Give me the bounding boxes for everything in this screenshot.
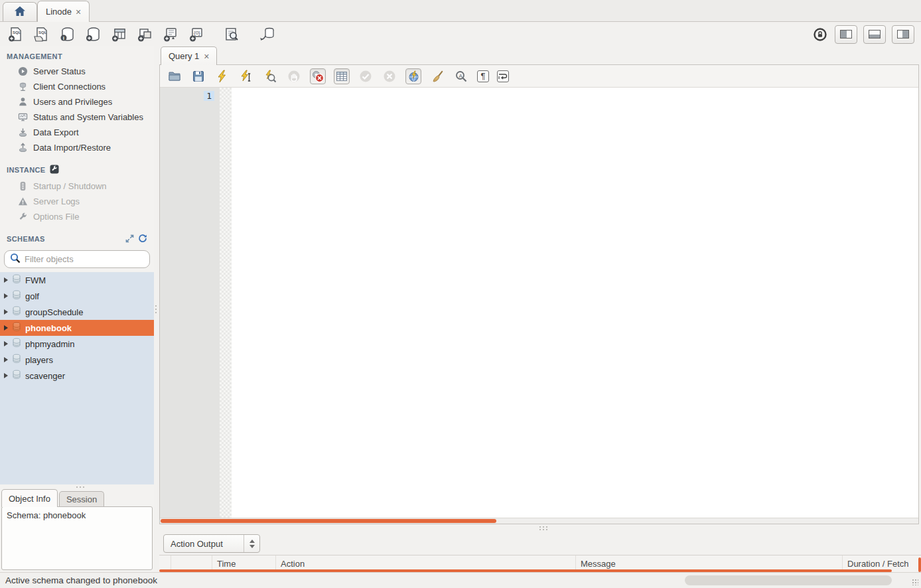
schema-filter-box[interactable] xyxy=(4,250,150,268)
new-function-icon[interactable]: {0} xyxy=(188,26,205,43)
expander-triangle-icon[interactable] xyxy=(4,357,8,362)
sidebar-item-client-connections[interactable]: Client Connections xyxy=(0,79,154,94)
sidebar-item-label: Options File xyxy=(33,212,79,222)
sql-editor-body[interactable]: 1 xyxy=(160,88,918,518)
column-label: Time xyxy=(217,559,236,569)
new-query-tab-icon[interactable]: SQL xyxy=(7,26,24,43)
database-icon xyxy=(12,370,21,382)
migration-icon[interactable] xyxy=(258,26,275,43)
query-tab-bar: Query 1 × xyxy=(159,46,921,65)
commit-icon[interactable] xyxy=(358,68,374,84)
execute-current-icon[interactable] xyxy=(238,68,254,84)
schema-row-phpmyadmin[interactable]: phpmyadmin xyxy=(0,336,154,352)
sidebar-item-data-export[interactable]: Data Export xyxy=(0,125,154,140)
sidebar-item-label: Server Logs xyxy=(33,196,80,206)
output-scrollbar-thumb[interactable] xyxy=(685,575,892,585)
schema-row-phonebook[interactable]: phonebook xyxy=(0,320,154,336)
wrench-badge-icon[interactable] xyxy=(50,165,59,175)
schema-filter-input[interactable] xyxy=(25,254,144,264)
schema-row-players[interactable]: players xyxy=(0,352,154,368)
refresh-icon[interactable] xyxy=(138,234,147,244)
expander-triangle-icon[interactable] xyxy=(4,341,8,346)
autocommit-toggle-icon[interactable] xyxy=(405,68,421,84)
new-schema-icon[interactable] xyxy=(84,26,102,43)
column-label: Message xyxy=(581,559,616,569)
execute-icon[interactable] xyxy=(214,68,230,84)
schema-row-groupschedule[interactable]: groupSchedule xyxy=(0,304,154,320)
new-procedure-icon[interactable] xyxy=(162,26,179,43)
open-sql-script-icon[interactable]: SQL xyxy=(33,26,50,43)
home-icon xyxy=(13,5,27,20)
fold-margin xyxy=(220,88,232,518)
close-icon[interactable]: × xyxy=(76,7,81,17)
sidebar-item-users-privileges[interactable]: Users and Privileges xyxy=(0,94,154,110)
sidebar-item-server-logs[interactable]: Server Logs xyxy=(0,194,154,209)
users-icon xyxy=(17,97,28,108)
tab-session-label: Session xyxy=(66,494,97,504)
sidebar-item-status-system-variables[interactable]: Status and System Variables xyxy=(0,110,154,125)
editor-output-splitter[interactable] xyxy=(159,524,921,532)
connection-tab[interactable]: Linode × xyxy=(37,1,90,22)
schema-row-scavenger[interactable]: scavenger xyxy=(0,368,154,384)
schema-info-icon[interactable]: i xyxy=(58,26,76,43)
sql-text-area[interactable] xyxy=(232,88,918,518)
new-view-icon[interactable] xyxy=(136,26,153,43)
output-type-select[interactable]: Action Output xyxy=(163,534,260,553)
expander-triangle-icon[interactable] xyxy=(4,293,8,299)
editor-scrollbar-thumb[interactable] xyxy=(161,519,496,523)
toggle-bottom-panel-button[interactable] xyxy=(863,25,886,44)
open-file-icon[interactable] xyxy=(167,68,182,84)
beautify-icon[interactable] xyxy=(429,68,445,84)
management-title-label: MANAGEMENT xyxy=(7,52,62,60)
sidebar-item-startup-shutdown[interactable]: Startup / Shutdown xyxy=(0,179,154,194)
tab-query-1[interactable]: Query 1 × xyxy=(161,46,217,65)
svg-text:i: i xyxy=(63,35,64,41)
editor-horizontal-scrollbar[interactable] xyxy=(160,518,918,524)
schemas-section-title: SCHEMAS xyxy=(0,224,154,248)
database-icon xyxy=(12,274,21,286)
window-actions xyxy=(812,25,914,44)
expand-panel-icon[interactable] xyxy=(125,234,134,244)
expander-triangle-icon[interactable] xyxy=(4,325,8,331)
limit-rows-toggle-icon[interactable] xyxy=(334,68,350,84)
tab-object-info[interactable]: Object Info xyxy=(1,489,58,507)
expander-triangle-icon[interactable] xyxy=(4,373,8,378)
lock-circle-icon[interactable] xyxy=(812,26,829,43)
close-icon[interactable]: × xyxy=(204,52,209,61)
schemas-title-label: SCHEMAS xyxy=(7,235,45,243)
search-icon xyxy=(10,253,21,265)
instance-title-label: INSTANCE xyxy=(7,166,46,174)
rollback-icon[interactable] xyxy=(382,68,397,84)
schema-row-fwm[interactable]: FWM xyxy=(0,272,154,288)
tab-session[interactable]: Session xyxy=(59,491,104,507)
expander-triangle-icon[interactable] xyxy=(4,277,8,283)
wrap-text-icon[interactable] xyxy=(497,70,509,82)
data-import-icon xyxy=(17,143,28,153)
sidebar-item-data-import[interactable]: Data Import/Restore xyxy=(0,140,154,155)
navigator-sidebar: MANAGEMENT Server Status Client Connecti… xyxy=(0,46,154,572)
expander-triangle-icon[interactable] xyxy=(4,309,8,315)
save-icon[interactable] xyxy=(190,68,206,84)
svg-text:{0}: {0} xyxy=(194,30,200,36)
client-connections-icon xyxy=(17,82,28,92)
explain-icon[interactable] xyxy=(262,68,278,84)
output-vertical-scrollbar[interactable] xyxy=(918,557,921,572)
invisible-characters-icon[interactable]: ¶ xyxy=(477,70,489,82)
window-resize-grip[interactable] xyxy=(912,579,918,585)
sidebar-item-options-file[interactable]: Options File xyxy=(0,209,154,224)
new-table-icon[interactable] xyxy=(110,26,127,43)
data-export-icon xyxy=(17,127,28,138)
stop-on-error-toggle-icon[interactable] xyxy=(310,68,326,84)
schema-name: players xyxy=(25,355,53,365)
inspect-icon[interactable] xyxy=(223,26,240,43)
toggle-left-panel-button[interactable] xyxy=(835,25,857,44)
stop-icon[interactable] xyxy=(286,68,302,84)
sidebar-item-server-status[interactable]: Server Status xyxy=(0,64,154,79)
toggle-right-panel-button[interactable] xyxy=(892,25,914,44)
database-icon xyxy=(12,338,21,350)
home-tab[interactable] xyxy=(3,2,37,21)
pilcrow-glyph: ¶ xyxy=(481,71,486,81)
combo-spinner-icon[interactable] xyxy=(244,535,259,552)
find-icon[interactable]: A xyxy=(453,68,469,84)
schema-row-golf[interactable]: golf xyxy=(0,288,154,304)
